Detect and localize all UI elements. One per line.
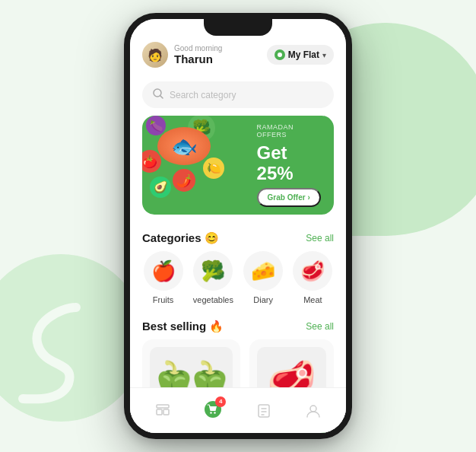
category-meat[interactable]: 🥩 Meat: [293, 251, 332, 304]
phone-frame: 🧑 Good morning Tharun My Flat ▾: [124, 13, 352, 439]
location-pin-icon: [274, 49, 285, 60]
category-vegetables[interactable]: 🥦 vegetables: [193, 251, 233, 304]
user-name: Tharun: [174, 53, 222, 65]
food-circle: 🍆 🥦 🐟 🍅 🌶️ 🍋 🥑: [142, 116, 264, 215]
avatar: 🧑: [142, 42, 168, 68]
categories-title: Categories 😊: [142, 231, 219, 245]
svg-rect-2: [157, 409, 162, 415]
nav-orders[interactable]: [255, 403, 272, 419]
banner-image: 🍆 🥦 🐟 🍅 🌶️ 🍋 🥑: [142, 116, 248, 215]
svg-point-7: [214, 412, 216, 413]
pepper-icon: 🌶️: [173, 169, 195, 192]
diary-label: Diary: [253, 295, 273, 304]
vegetables-label: vegetables: [193, 295, 233, 304]
orders-icon: [255, 403, 272, 419]
tomato-icon: 🍅: [142, 150, 161, 173]
vegetables-icon: 🥦: [193, 251, 233, 291]
nav-home[interactable]: [154, 403, 171, 419]
search-bar[interactable]: Search category: [142, 81, 334, 108]
grab-offer-button[interactable]: Grab Offer ›: [257, 188, 321, 207]
lemon-icon: 🍋: [203, 158, 224, 179]
best-selling-title: Best selling 🔥: [142, 320, 224, 333]
bg-squiggle: [15, 292, 106, 406]
meat-label: Meat: [303, 295, 322, 304]
svg-line-1: [160, 96, 163, 98]
search-icon: [153, 88, 163, 101]
banner-headline: Get 25%: [257, 143, 325, 183]
categories-see-all[interactable]: See all: [306, 233, 334, 244]
salmon-icon: 🐟: [157, 127, 211, 165]
search-placeholder: Search category: [170, 90, 236, 100]
user-info: Good morning Tharun: [174, 44, 222, 65]
avocado-icon: 🥑: [150, 177, 171, 198]
category-diary[interactable]: 🧀 Diary: [243, 251, 283, 304]
nav-cart[interactable]: 4: [204, 400, 222, 422]
categories-header: Categories 😊 See all: [130, 222, 346, 251]
svg-rect-3: [163, 409, 169, 415]
home-icon: [154, 403, 171, 419]
bottom-nav: 4: [130, 387, 346, 433]
nav-profile[interactable]: [305, 403, 322, 419]
best-selling-header: Best selling 🔥 See all: [130, 310, 346, 339]
header-left: 🧑 Good morning Tharun: [142, 42, 222, 68]
cart-icon-wrapper: 4: [204, 400, 222, 422]
phone-notch: [204, 19, 272, 36]
cart-badge: 4: [215, 396, 226, 407]
eggplant-icon: 🍆: [146, 116, 166, 135]
category-fruits[interactable]: 🍎 Fruits: [144, 251, 183, 304]
diary-icon: 🧀: [243, 251, 283, 291]
greeting-text: Good morning: [174, 44, 222, 53]
svg-point-12: [310, 406, 316, 412]
avatar-image: 🧑: [142, 42, 168, 68]
fruits-label: Fruits: [153, 295, 174, 304]
categories-row: 🍎 Fruits 🥦 vegetables 🧀 Diary 🥩 Meat: [130, 251, 346, 310]
best-selling-see-all[interactable]: See all: [306, 321, 334, 332]
fruits-icon: 🍎: [144, 251, 183, 291]
location-badge[interactable]: My Flat ▾: [267, 45, 334, 65]
profile-icon: [305, 403, 322, 419]
svg-point-6: [211, 412, 212, 413]
svg-rect-4: [157, 405, 169, 408]
meat-icon: 🥩: [293, 251, 332, 291]
banner-tag: Ramadan Offers: [257, 123, 325, 138]
chevron-down-icon: ▾: [322, 51, 326, 59]
screen: 🧑 Good morning Tharun My Flat ▾: [130, 19, 346, 433]
location-name: My Flat: [288, 49, 319, 60]
promo-banner: 🍆 🥦 🐟 🍅 🌶️ 🍋 🥑 Ramadan Offers Get 25% Gr…: [142, 116, 334, 215]
